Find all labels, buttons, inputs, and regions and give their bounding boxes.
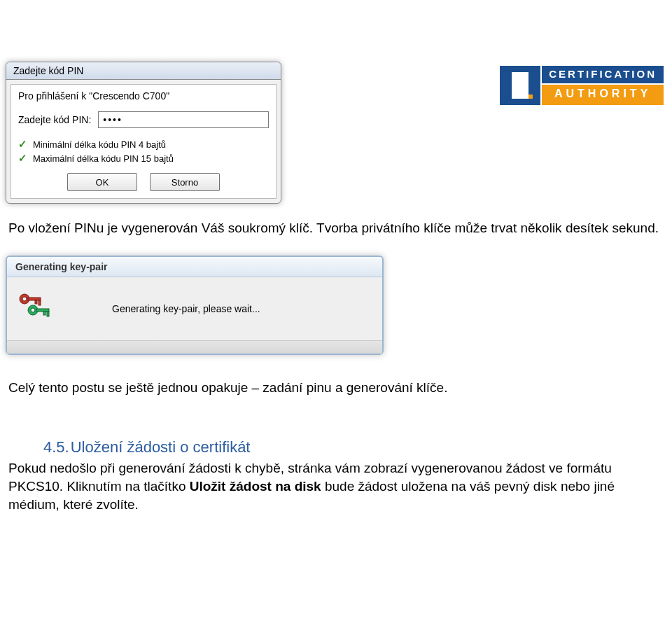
generating-dialog: Generating key-pair [6,256,384,355]
body-paragraph-3: Pokud nedošlo při generování žádosti k c… [8,459,664,513]
cancel-button[interactable]: Storno [150,173,220,191]
logo-text-line2: AUTHORITY [542,85,664,105]
pin-dialog-title: Zadejte kód PIN [6,62,281,80]
logo-text-line1: CERTIFICATION [542,66,664,83]
pin-prompt: Pro přihlášení k "Crescendo C700" [18,90,269,102]
pin-rule-max: ✓ Maximální délka kódu PIN 15 bajtů [18,152,269,165]
generating-dialog-footer [7,340,382,354]
svg-rect-8 [43,312,46,315]
pin-rule-min: ✓ Minimální délka kódu PIN 4 bajtů [18,138,269,151]
pin-dialog: Zadejte kód PIN Pro přihlášení k "Cresce… [6,62,281,204]
pin-rule-min-text: Minimální délka kódu PIN 4 bajtů [33,139,166,150]
body-paragraph-1: Po vložení PINu je vygenerován Váš soukr… [8,219,664,237]
svg-point-6 [31,308,35,312]
svg-point-1 [22,297,27,301]
generating-dialog-title: Generating key-pair [7,257,382,277]
ok-button[interactable]: OK [67,173,137,191]
section-title: Uložení žádosti o certifikát [71,438,251,456]
svg-rect-9 [47,312,49,316]
svg-rect-7 [36,309,49,312]
body-paragraph-2: Celý tento postu se ještě jednou opakuje… [8,379,664,397]
para3-bold: Uložit žádost na disk [190,479,321,494]
check-icon: ✓ [18,138,27,151]
pin-input-label: Zadejte kód PIN: [18,114,91,125]
keys-icon [17,290,56,328]
generating-text: Generating key-pair, please wait... [112,303,260,314]
logo-mark [500,66,540,105]
pin-dialog-body: Pro přihlášení k "Crescendo C700" Zadejt… [10,84,276,199]
section-number: 4.5. [43,438,69,456]
svg-rect-2 [28,298,41,300]
section-heading: 4.5.Uložení žádosti o certifikát [43,438,664,456]
pin-rule-max-text: Maximální délka kódu PIN 15 bajtů [33,153,174,164]
brand-logo: CERTIFICATION AUTHORITY [500,66,664,105]
check-icon: ✓ [18,152,27,165]
pin-input[interactable] [98,111,269,128]
